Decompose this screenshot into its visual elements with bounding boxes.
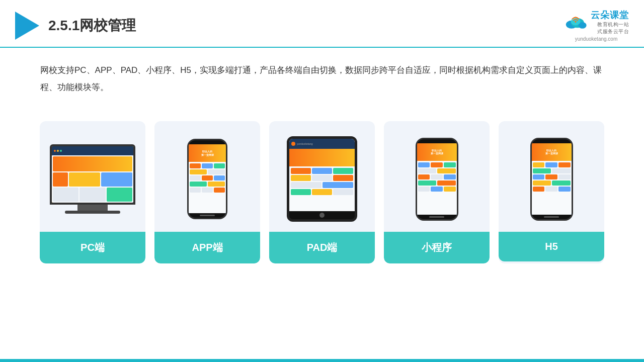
- card-h5-label: H5: [499, 232, 604, 261]
- header-left: 2.5.1网校管理: [15, 12, 136, 40]
- logo-cloud: 云朵课堂 教育机构一站式服务云平台: [564, 9, 629, 35]
- svg-point-4: [575, 21, 576, 23]
- bottom-bar: [0, 359, 644, 362]
- card-mini-image: 职达人的第一堂网课: [384, 121, 490, 232]
- card-h5: 职达人的第一堂网课: [499, 121, 604, 263]
- card-pad-label: PAD端: [269, 232, 375, 263]
- logo-url: yunduoketang.com: [575, 36, 618, 42]
- card-pc-image: [40, 121, 145, 232]
- card-app: 职达人的第一堂网课: [154, 121, 260, 263]
- card-mini: 职达人的第一堂网课: [384, 121, 490, 263]
- tablet-mockup: yunduoketang: [287, 136, 357, 222]
- phone-mockup-app: 职达人的第一堂网课: [187, 139, 227, 219]
- card-pc-label: PC端: [40, 232, 145, 263]
- logo-text-main: 云朵课堂: [591, 9, 629, 21]
- play-icon: [15, 12, 39, 40]
- card-app-image: 职达人的第一堂网课: [154, 121, 260, 232]
- page-header: 2.5.1网校管理 云朵课堂 教育机构一站式服务云平台 yunduoketang…: [0, 0, 644, 48]
- card-pad: yunduoketang: [269, 121, 375, 263]
- cloud-icon: [564, 14, 588, 30]
- card-mini-label: 小程序: [384, 232, 490, 263]
- card-app-label: APP端: [154, 232, 260, 263]
- pc-monitor: [50, 144, 135, 205]
- logo-area: 云朵课堂 教育机构一站式服务云平台 yunduoketang.com: [564, 9, 629, 42]
- description-text: 网校支持PC、APP、PAD、小程序、H5，实现多端打通，产品各终端自由切换，数…: [0, 48, 644, 101]
- cards-container: PC端 职达人的第一堂网课: [0, 106, 644, 274]
- phone-mockup-mini: 职达人的第一堂网课: [416, 138, 458, 221]
- card-pad-image: yunduoketang: [269, 121, 375, 232]
- page-title: 2.5.1网校管理: [48, 16, 136, 35]
- card-h5-image: 职达人的第一堂网课: [499, 121, 604, 232]
- logo-text-sub: 教育机构一站式服务云平台: [591, 21, 629, 35]
- card-pc: PC端: [40, 121, 145, 263]
- phone-mockup-h5: 职达人的第一堂网课: [530, 138, 573, 221]
